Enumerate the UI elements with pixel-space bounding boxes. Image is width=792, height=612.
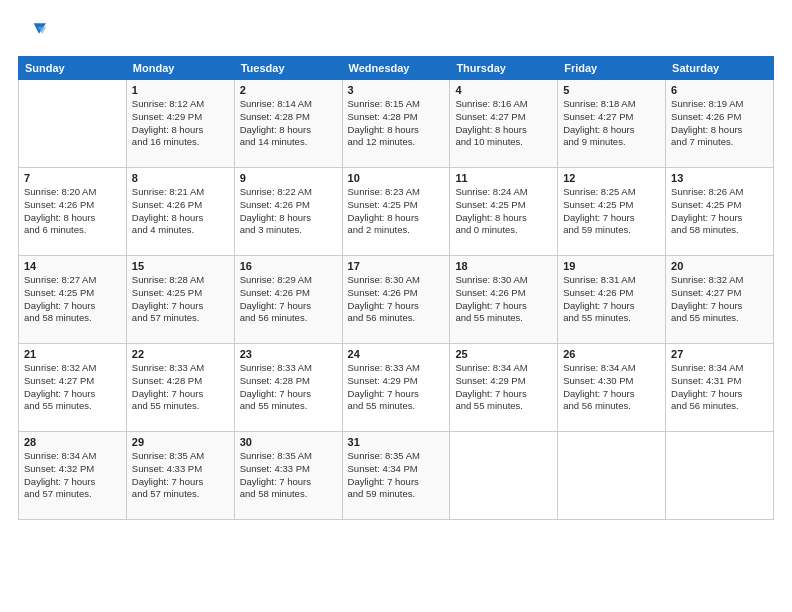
day-number: 11 [455,172,552,184]
day-detail: Sunrise: 8:12 AMSunset: 4:29 PMDaylight:… [132,98,229,149]
day-number: 2 [240,84,337,96]
day-cell: 19Sunrise: 8:31 AMSunset: 4:26 PMDayligh… [558,256,666,344]
day-cell: 28Sunrise: 8:34 AMSunset: 4:32 PMDayligh… [19,432,127,520]
day-cell: 16Sunrise: 8:29 AMSunset: 4:26 PMDayligh… [234,256,342,344]
day-cell: 2Sunrise: 8:14 AMSunset: 4:28 PMDaylight… [234,80,342,168]
day-cell: 1Sunrise: 8:12 AMSunset: 4:29 PMDaylight… [126,80,234,168]
day-detail: Sunrise: 8:22 AMSunset: 4:26 PMDaylight:… [240,186,337,237]
day-detail: Sunrise: 8:18 AMSunset: 4:27 PMDaylight:… [563,98,660,149]
day-detail: Sunrise: 8:33 AMSunset: 4:28 PMDaylight:… [132,362,229,413]
day-number: 17 [348,260,445,272]
day-number: 24 [348,348,445,360]
day-cell: 21Sunrise: 8:32 AMSunset: 4:27 PMDayligh… [19,344,127,432]
header-row: SundayMondayTuesdayWednesdayThursdayFrid… [19,57,774,80]
day-cell: 13Sunrise: 8:26 AMSunset: 4:25 PMDayligh… [666,168,774,256]
day-number: 16 [240,260,337,272]
day-cell: 12Sunrise: 8:25 AMSunset: 4:25 PMDayligh… [558,168,666,256]
day-cell: 24Sunrise: 8:33 AMSunset: 4:29 PMDayligh… [342,344,450,432]
calendar-table: SundayMondayTuesdayWednesdayThursdayFrid… [18,56,774,520]
day-number: 14 [24,260,121,272]
day-number: 21 [24,348,121,360]
day-detail: Sunrise: 8:30 AMSunset: 4:26 PMDaylight:… [455,274,552,325]
day-cell: 6Sunrise: 8:19 AMSunset: 4:26 PMDaylight… [666,80,774,168]
day-number: 28 [24,436,121,448]
col-header-wednesday: Wednesday [342,57,450,80]
day-cell [450,432,558,520]
day-cell: 26Sunrise: 8:34 AMSunset: 4:30 PMDayligh… [558,344,666,432]
day-detail: Sunrise: 8:34 AMSunset: 4:32 PMDaylight:… [24,450,121,501]
day-number: 26 [563,348,660,360]
day-detail: Sunrise: 8:30 AMSunset: 4:26 PMDaylight:… [348,274,445,325]
day-number: 6 [671,84,768,96]
day-cell: 31Sunrise: 8:35 AMSunset: 4:34 PMDayligh… [342,432,450,520]
day-number: 5 [563,84,660,96]
day-detail: Sunrise: 8:34 AMSunset: 4:29 PMDaylight:… [455,362,552,413]
day-number: 10 [348,172,445,184]
day-cell: 10Sunrise: 8:23 AMSunset: 4:25 PMDayligh… [342,168,450,256]
day-cell: 4Sunrise: 8:16 AMSunset: 4:27 PMDaylight… [450,80,558,168]
logo [18,18,50,46]
day-detail: Sunrise: 8:26 AMSunset: 4:25 PMDaylight:… [671,186,768,237]
day-detail: Sunrise: 8:24 AMSunset: 4:25 PMDaylight:… [455,186,552,237]
day-number: 30 [240,436,337,448]
calendar-body: 1Sunrise: 8:12 AMSunset: 4:29 PMDaylight… [19,80,774,520]
day-cell: 5Sunrise: 8:18 AMSunset: 4:27 PMDaylight… [558,80,666,168]
day-number: 25 [455,348,552,360]
col-header-thursday: Thursday [450,57,558,80]
day-detail: Sunrise: 8:19 AMSunset: 4:26 PMDaylight:… [671,98,768,149]
day-cell [19,80,127,168]
day-number: 7 [24,172,121,184]
col-header-sunday: Sunday [19,57,127,80]
day-cell [558,432,666,520]
day-number: 3 [348,84,445,96]
day-detail: Sunrise: 8:23 AMSunset: 4:25 PMDaylight:… [348,186,445,237]
col-header-tuesday: Tuesday [234,57,342,80]
day-number: 29 [132,436,229,448]
page: SundayMondayTuesdayWednesdayThursdayFrid… [0,0,792,612]
day-cell: 27Sunrise: 8:34 AMSunset: 4:31 PMDayligh… [666,344,774,432]
day-detail: Sunrise: 8:15 AMSunset: 4:28 PMDaylight:… [348,98,445,149]
day-number: 20 [671,260,768,272]
day-number: 22 [132,348,229,360]
day-cell: 14Sunrise: 8:27 AMSunset: 4:25 PMDayligh… [19,256,127,344]
day-number: 12 [563,172,660,184]
day-detail: Sunrise: 8:31 AMSunset: 4:26 PMDaylight:… [563,274,660,325]
day-cell: 15Sunrise: 8:28 AMSunset: 4:25 PMDayligh… [126,256,234,344]
day-number: 1 [132,84,229,96]
day-cell: 8Sunrise: 8:21 AMSunset: 4:26 PMDaylight… [126,168,234,256]
day-cell: 3Sunrise: 8:15 AMSunset: 4:28 PMDaylight… [342,80,450,168]
day-detail: Sunrise: 8:28 AMSunset: 4:25 PMDaylight:… [132,274,229,325]
day-cell: 29Sunrise: 8:35 AMSunset: 4:33 PMDayligh… [126,432,234,520]
day-number: 31 [348,436,445,448]
col-header-saturday: Saturday [666,57,774,80]
day-detail: Sunrise: 8:34 AMSunset: 4:31 PMDaylight:… [671,362,768,413]
day-number: 4 [455,84,552,96]
day-detail: Sunrise: 8:25 AMSunset: 4:25 PMDaylight:… [563,186,660,237]
day-number: 8 [132,172,229,184]
day-cell: 22Sunrise: 8:33 AMSunset: 4:28 PMDayligh… [126,344,234,432]
day-cell: 20Sunrise: 8:32 AMSunset: 4:27 PMDayligh… [666,256,774,344]
day-number: 19 [563,260,660,272]
day-number: 13 [671,172,768,184]
day-cell: 9Sunrise: 8:22 AMSunset: 4:26 PMDaylight… [234,168,342,256]
day-cell: 11Sunrise: 8:24 AMSunset: 4:25 PMDayligh… [450,168,558,256]
day-detail: Sunrise: 8:35 AMSunset: 4:33 PMDaylight:… [240,450,337,501]
day-detail: Sunrise: 8:35 AMSunset: 4:33 PMDaylight:… [132,450,229,501]
day-cell: 30Sunrise: 8:35 AMSunset: 4:33 PMDayligh… [234,432,342,520]
day-detail: Sunrise: 8:16 AMSunset: 4:27 PMDaylight:… [455,98,552,149]
day-number: 9 [240,172,337,184]
week-row-4: 21Sunrise: 8:32 AMSunset: 4:27 PMDayligh… [19,344,774,432]
day-detail: Sunrise: 8:33 AMSunset: 4:28 PMDaylight:… [240,362,337,413]
day-detail: Sunrise: 8:32 AMSunset: 4:27 PMDaylight:… [671,274,768,325]
day-cell: 25Sunrise: 8:34 AMSunset: 4:29 PMDayligh… [450,344,558,432]
day-detail: Sunrise: 8:14 AMSunset: 4:28 PMDaylight:… [240,98,337,149]
day-number: 18 [455,260,552,272]
day-cell: 17Sunrise: 8:30 AMSunset: 4:26 PMDayligh… [342,256,450,344]
day-detail: Sunrise: 8:29 AMSunset: 4:26 PMDaylight:… [240,274,337,325]
day-cell [666,432,774,520]
col-header-monday: Monday [126,57,234,80]
day-detail: Sunrise: 8:21 AMSunset: 4:26 PMDaylight:… [132,186,229,237]
header [18,18,774,46]
day-detail: Sunrise: 8:27 AMSunset: 4:25 PMDaylight:… [24,274,121,325]
day-detail: Sunrise: 8:20 AMSunset: 4:26 PMDaylight:… [24,186,121,237]
